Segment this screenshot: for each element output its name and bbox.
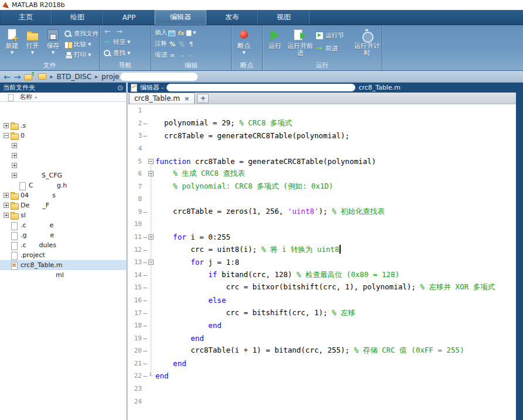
code-line-21[interactable]: 21– end xyxy=(128,357,516,370)
breadcrumb-segment[interactable]: BTD_DISC xyxy=(57,73,92,81)
code-line-1[interactable]: 1 xyxy=(128,104,516,117)
tree-item[interactable]: +S_CFG xyxy=(0,170,126,180)
code-line-5[interactable]: 5−function crc8Table = generateCRC8Table… xyxy=(128,155,516,168)
advance-button[interactable]: 前进 xyxy=(315,43,352,53)
code-line-18[interactable]: 18– end xyxy=(128,319,516,332)
code-line-17[interactable]: 17– crc = bitshift(crc, 1); % 左移 xyxy=(128,306,516,319)
code-line-16[interactable]: 16– else xyxy=(128,294,516,307)
panel-menu-icon[interactable]: ⊙ xyxy=(117,84,123,92)
tree-item[interactable]: .ge xyxy=(0,230,126,240)
collapse-toggle-icon[interactable]: − xyxy=(4,133,9,138)
code-fold-column[interactable]: − xyxy=(148,159,155,164)
find-button[interactable]: 查找 ▼ xyxy=(103,48,151,58)
window-titlebar[interactable]: MATLAB R2018b xyxy=(0,0,523,10)
code-line-6[interactable]: 6− % 生成 CRC8 查找表 xyxy=(128,168,516,180)
expand-toggle-icon[interactable]: + xyxy=(12,173,17,178)
run-button[interactable]: 运行 xyxy=(265,27,285,57)
forward-icon[interactable]: → xyxy=(116,27,123,36)
code-line-9[interactable]: 9– crc8Table = zeros(1, 256, 'uint8'); %… xyxy=(128,206,516,218)
tree-item[interactable]: +.s xyxy=(0,121,126,131)
tree-item[interactable]: + xyxy=(0,141,126,151)
code-fold-column[interactable]: − xyxy=(148,171,155,176)
tree-item[interactable]: +sl xyxy=(0,210,126,220)
code-line-3[interactable]: 3– crc8Table = generateCRC8Table(polynom… xyxy=(128,129,516,142)
open-button[interactable]: 打开 ▼ xyxy=(23,27,42,60)
insert-function-icon[interactable]: fx xyxy=(176,29,185,37)
code-line-12[interactable]: 12– crc = uint8(i); % 将 i 转换为 uint8 xyxy=(128,243,516,256)
tree-item[interactable]: −0 xyxy=(0,131,126,141)
insert-image-icon[interactable] xyxy=(168,30,175,36)
save-button[interactable]: 保存 ▼ xyxy=(43,27,63,60)
code-line-11[interactable]: 11–− for i = 0:255 xyxy=(128,231,516,244)
uncomment-icon[interactable] xyxy=(178,40,186,48)
current-folder-titlebar[interactable]: 当前文件夹 ⊙ xyxy=(0,83,126,93)
ribbon-tab-editor[interactable]: 编辑器 xyxy=(155,10,206,25)
name-column-header[interactable]: 名称 ▴ xyxy=(0,93,126,102)
print-button[interactable]: 打印 ▼ xyxy=(64,50,99,60)
code-line-20[interactable]: 20– crc8Table(i + 1) = bitand(crc, 255);… xyxy=(128,344,516,357)
code-line-19[interactable]: 19– end xyxy=(128,332,516,344)
tree-item[interactable]: Cg.h xyxy=(0,180,126,190)
code-line-8[interactable]: 8 xyxy=(128,193,516,206)
close-tab-icon[interactable]: × xyxy=(184,95,189,103)
code-fold-column[interactable]: └ xyxy=(148,373,155,379)
tree-item[interactable]: +04s xyxy=(0,190,126,200)
expand-toggle-icon[interactable]: + xyxy=(12,163,17,168)
tree-item[interactable]: +De_F xyxy=(0,200,126,210)
expand-toggle-icon[interactable]: + xyxy=(4,203,9,208)
code-line-14[interactable]: 14– if bitand(crc, 128) % 检查最高位 (0x80 = … xyxy=(128,269,516,282)
back-icon[interactable]: ← xyxy=(104,27,111,36)
tree-item[interactable]: + xyxy=(0,151,126,161)
folder-icon[interactable] xyxy=(38,73,46,80)
run-time-button[interactable]: 运行并计时 xyxy=(354,27,381,57)
insert-section-icon[interactable] xyxy=(186,30,192,36)
code-line-4[interactable]: 4 xyxy=(128,142,516,155)
new-button[interactable]: 新建 ▼ xyxy=(2,27,22,60)
run-section-button[interactable]: 运行节 xyxy=(315,30,352,40)
smart-indent-icon[interactable] xyxy=(168,52,176,59)
code-fold-column[interactable]: − xyxy=(148,259,155,265)
code-area[interactable]: 12– polynomial = 29; % CRC8 多项式3– crc8Ta… xyxy=(128,104,516,420)
tree-item[interactable]: .cdules xyxy=(0,240,126,250)
breakpoints-button[interactable]: 断点 ▼ xyxy=(234,27,254,55)
code-line-24[interactable]: 24 xyxy=(128,395,516,408)
ribbon-tab-apps[interactable]: APP xyxy=(103,10,155,25)
new-tab-button[interactable]: + xyxy=(197,94,209,103)
indent-right-icon[interactable] xyxy=(178,52,186,59)
code-line-13[interactable]: 13–− for j = 1:8 xyxy=(128,256,516,269)
compare-button[interactable]: 比较 ▼ xyxy=(64,39,99,49)
code-line-2[interactable]: 2– polynomial = 29; % CRC8 多项式 xyxy=(128,117,516,130)
code-line-10[interactable]: 10 xyxy=(128,218,516,231)
tree-item[interactable]: crc8_Table.m xyxy=(0,260,126,270)
expand-toggle-icon[interactable]: + xyxy=(12,143,17,148)
code-line-23[interactable]: 23 xyxy=(128,383,516,395)
comment-icon[interactable]: % xyxy=(168,40,176,48)
find-files-button[interactable]: 查找文件 xyxy=(64,29,99,39)
wrap-comments-icon[interactable] xyxy=(187,40,195,48)
tree-item[interactable]: ml xyxy=(0,270,126,280)
code-line-15[interactable]: 15– crc = bitxor(bitshift(crc, 1), polyn… xyxy=(128,281,516,294)
expand-toggle-icon[interactable]: + xyxy=(4,193,9,198)
run-advance-button[interactable]: 运行并前进 xyxy=(287,27,314,57)
indent-left-icon[interactable] xyxy=(187,52,195,59)
code-line-7[interactable]: 7 % polynomial: CRC8 多项式 (例如: 0x1D) xyxy=(128,180,516,193)
forward-arrow-icon[interactable]: → xyxy=(14,72,21,81)
tree-item[interactable]: + xyxy=(0,161,126,170)
tab-crc8-table[interactable]: crc8_Table.m × xyxy=(129,93,195,104)
goto-button[interactable]: 转至 ▼ xyxy=(103,37,151,47)
ribbon-tab-plots[interactable]: 绘图 xyxy=(52,10,103,25)
back-arrow-icon[interactable]: ← xyxy=(4,72,11,81)
breadcrumb-segment[interactable]: proje xyxy=(101,73,119,81)
ribbon-tab-home[interactable]: 主页 xyxy=(0,10,52,25)
editor-titlebar[interactable]: 编辑器 - crc8_Table.m xyxy=(128,83,516,93)
tree-item[interactable]: .project xyxy=(0,250,126,260)
expand-toggle-icon[interactable]: + xyxy=(4,123,9,128)
code-line-22[interactable]: 22–└end xyxy=(128,370,516,383)
ribbon-tab-publish[interactable]: 发布 xyxy=(206,10,258,25)
ribbon-tab-view[interactable]: 视图 xyxy=(258,10,310,25)
tree-item[interactable]: .ce xyxy=(0,220,126,230)
expand-toggle-icon[interactable]: + xyxy=(4,213,9,218)
expand-toggle-icon[interactable]: + xyxy=(12,153,17,158)
up-folder-icon[interactable]: ↑ xyxy=(24,73,35,81)
code-fold-column[interactable]: − xyxy=(148,234,155,240)
